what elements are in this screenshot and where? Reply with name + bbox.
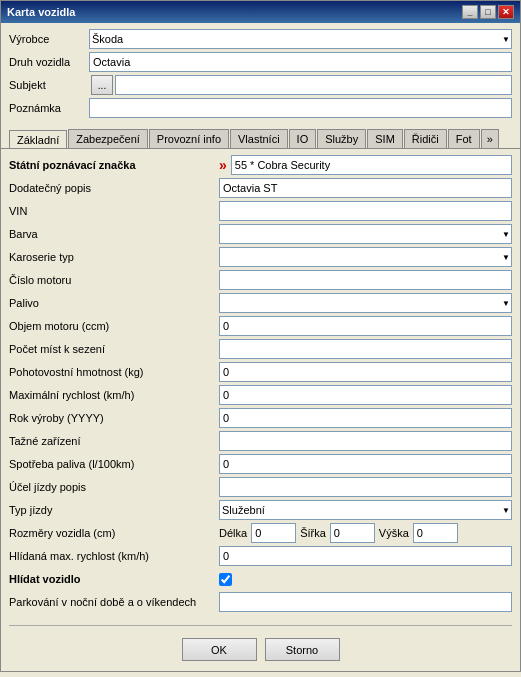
pocet-mist-row: Počet míst k sezení [9, 339, 512, 359]
karoserie-select-wrapper: ▼ [219, 247, 512, 267]
vyrobce-row: Výrobce Škoda ▼ [9, 29, 512, 49]
hlidat-checkbox[interactable] [219, 573, 232, 586]
maximize-button[interactable]: □ [480, 5, 496, 19]
karoserie-select[interactable] [219, 247, 512, 267]
tab-sluzby[interactable]: Služby [317, 129, 366, 148]
subjekt-row: Subjekt ... [9, 75, 512, 95]
tab-ridici[interactable]: Řidiči [404, 129, 447, 148]
spz-label: Státní poznávací značka [9, 159, 219, 171]
typ-jizdy-label: Typ jízdy [9, 504, 219, 516]
divider [9, 625, 512, 626]
storno-button[interactable]: Storno [265, 638, 340, 661]
sirka-input[interactable] [330, 523, 375, 543]
barva-row: Barva ▼ [9, 224, 512, 244]
ok-button[interactable]: OK [182, 638, 257, 661]
tab-vlastnici[interactable]: Vlastníci [230, 129, 288, 148]
spz-row: Státní poznávací značka » [9, 155, 512, 175]
subjekt-input[interactable] [115, 75, 512, 95]
typ-jizdy-select-wrapper: Služební Soukromá ▼ [219, 500, 512, 520]
window-title: Karta vozidla [7, 6, 75, 18]
hlidana-input[interactable] [219, 546, 512, 566]
tab-fot[interactable]: Fot [448, 129, 480, 148]
delka-label: Délka [219, 527, 247, 539]
max-rychlost-row: Maximální rychlost (km/h) [9, 385, 512, 405]
druh-row: Druh vozidla [9, 52, 512, 72]
poznamka-label: Poznámka [9, 102, 89, 114]
parkovani-row: Parkování v noční době a o víkendech [9, 592, 512, 612]
barva-select-wrapper: ▼ [219, 224, 512, 244]
dodatecny-input[interactable] [219, 178, 512, 198]
sirka-label: Šířka [300, 527, 326, 539]
tazne-input[interactable] [219, 431, 512, 451]
tabs-more-button[interactable]: » [481, 129, 499, 148]
button-bar: OK Storno [1, 630, 520, 671]
palivo-select[interactable] [219, 293, 512, 313]
dodatecny-label: Dodatečný popis [9, 182, 219, 194]
tab-zakladni[interactable]: Základní [9, 130, 67, 149]
delka-input[interactable] [251, 523, 296, 543]
pocet-mist-input[interactable] [219, 339, 512, 359]
max-rychlost-label: Maximální rychlost (km/h) [9, 389, 219, 401]
cislo-motoru-label: Číslo motoru [9, 274, 219, 286]
pohotovostni-row: Pohotovostní hmotnost (kg) [9, 362, 512, 382]
title-controls: _ □ ✕ [462, 5, 514, 19]
ucel-label: Účel jízdy popis [9, 481, 219, 493]
minimize-button[interactable]: _ [462, 5, 478, 19]
spotreba-row: Spotřeba paliva (l/100km) [9, 454, 512, 474]
spotreba-input[interactable] [219, 454, 512, 474]
cislo-motoru-row: Číslo motoru [9, 270, 512, 290]
barva-select[interactable] [219, 224, 512, 244]
max-rychlost-input[interactable] [219, 385, 512, 405]
subjekt-browse-button[interactable]: ... [91, 75, 113, 95]
parkovani-input[interactable] [219, 592, 512, 612]
parkovani-label: Parkování v noční době a o víkendech [9, 596, 219, 608]
tab-provozni[interactable]: Provozní info [149, 129, 229, 148]
objem-input[interactable] [219, 316, 512, 336]
pohotovostni-input[interactable] [219, 362, 512, 382]
poznamka-row: Poznámka [9, 98, 512, 118]
rok-vyroby-row: Rok výroby (YYYY) [9, 408, 512, 428]
rozmer-row: Rozměry vozidla (cm) Délka Šířka Výška [9, 523, 512, 543]
ucel-input[interactable] [219, 477, 512, 497]
tabs-container: Základní Zabezpečení Provozní info Vlast… [1, 129, 520, 149]
vyrobce-label: Výrobce [9, 33, 89, 45]
title-bar: Karta vozidla _ □ ✕ [1, 1, 520, 23]
druh-label: Druh vozidla [9, 56, 89, 68]
pocet-mist-label: Počet míst k sezení [9, 343, 219, 355]
vyska-label: Výška [379, 527, 409, 539]
hlidat-row: Hlídat vozidlo [9, 569, 512, 589]
druh-input[interactable] [89, 52, 512, 72]
tab-sim[interactable]: SIM [367, 129, 403, 148]
hlidana-row: Hlídaná max. rychlost (km/h) [9, 546, 512, 566]
hlidana-label: Hlídaná max. rychlost (km/h) [9, 550, 219, 562]
close-button[interactable]: ✕ [498, 5, 514, 19]
spz-arrow-icon: » [219, 157, 227, 173]
hlidat-label: Hlídat vozidlo [9, 573, 219, 585]
poznamka-input[interactable] [89, 98, 512, 118]
main-window: Karta vozidla _ □ ✕ Výrobce Škoda ▼ Druh… [0, 0, 521, 672]
typ-jizdy-row: Typ jízdy Služební Soukromá ▼ [9, 500, 512, 520]
objem-label: Objem motoru (ccm) [9, 320, 219, 332]
objem-row: Objem motoru (ccm) [9, 316, 512, 336]
rok-vyroby-label: Rok výroby (YYYY) [9, 412, 219, 424]
spz-input[interactable] [231, 155, 512, 175]
tab-zabezpeceni[interactable]: Zabezpečení [68, 129, 148, 148]
vyrobce-select[interactable]: Škoda [89, 29, 512, 49]
vyrobce-select-wrapper: Škoda ▼ [89, 29, 512, 49]
subjekt-label: Subjekt [9, 79, 89, 91]
cislo-motoru-input[interactable] [219, 270, 512, 290]
rok-vyroby-input[interactable] [219, 408, 512, 428]
vyska-input[interactable] [413, 523, 458, 543]
tab-io[interactable]: IO [289, 129, 317, 148]
spotreba-label: Spotřeba paliva (l/100km) [9, 458, 219, 470]
palivo-select-wrapper: ▼ [219, 293, 512, 313]
tazne-label: Tažné zařízení [9, 435, 219, 447]
palivo-row: Palivo ▼ [9, 293, 512, 313]
vin-input[interactable] [219, 201, 512, 221]
karoserie-row: Karoserie typ ▼ [9, 247, 512, 267]
tazne-row: Tažné zařízení [9, 431, 512, 451]
content-area: Státní poznávací značka » Dodatečný popi… [1, 149, 520, 621]
palivo-label: Palivo [9, 297, 219, 309]
typ-jizdy-select[interactable]: Služební Soukromá [219, 500, 512, 520]
vin-row: VIN [9, 201, 512, 221]
